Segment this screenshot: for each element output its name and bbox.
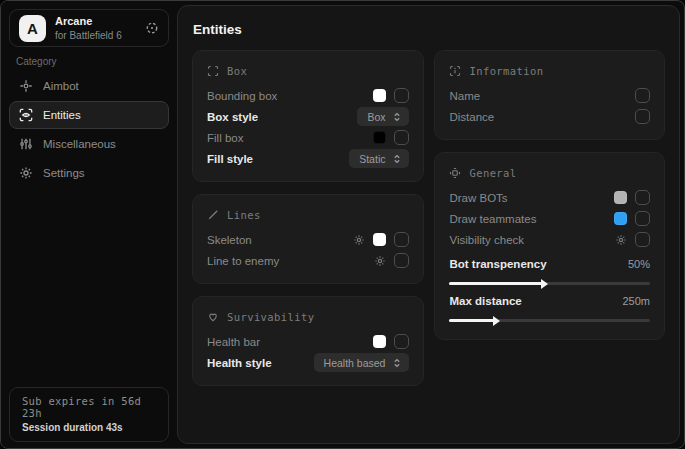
max-distance-slider[interactable] (449, 319, 650, 322)
info-scan-icon (449, 65, 461, 77)
bounding-box-checkbox[interactable] (394, 88, 409, 103)
information-card: Information Name Distance (434, 50, 665, 140)
fill-box-checkbox[interactable] (394, 130, 409, 145)
color-swatch[interactable] (373, 233, 386, 246)
survivability-card: Survivability Health bar Health style He… (192, 296, 424, 386)
setting-label: Draw teammates (449, 213, 536, 225)
row-controls (635, 88, 650, 103)
bot-transparency-slider[interactable] (449, 282, 650, 285)
slider-value: 50% (628, 258, 650, 270)
sidebar-item-entities[interactable]: Entities (9, 101, 169, 129)
setting-label: Box style (207, 111, 258, 123)
slider-label-row: Max distance 250m (449, 290, 650, 311)
setting-label: Visibility check (449, 234, 524, 246)
color-swatch[interactable] (614, 212, 627, 225)
draw-teammates-checkbox[interactable] (635, 211, 650, 226)
health-style-select[interactable]: Health based (314, 353, 410, 372)
fill-style-select[interactable]: Static (349, 149, 409, 168)
line-to-enemy-checkbox[interactable] (394, 253, 409, 268)
gear-icon (19, 166, 33, 180)
slider-fill (449, 319, 493, 322)
row-controls (373, 334, 409, 349)
setting-row-skeleton: Skeleton (207, 229, 409, 250)
crosshair-icon (19, 79, 33, 93)
max-distance-slider-group: Max distance 250m (449, 290, 650, 322)
name-checkbox[interactable] (635, 88, 650, 103)
bot-transparency-slider-group: Bot transpenency 50% (449, 253, 650, 285)
row-controls (353, 232, 409, 247)
setting-row-draw-teammates: Draw teammates (449, 208, 650, 229)
row-controls (374, 253, 409, 268)
visibility-check-checkbox[interactable] (635, 232, 650, 247)
box-card: Box Bounding box Box style Box (192, 50, 424, 182)
sub-expiry-text: Sub expires in 56d 23h (22, 395, 156, 419)
setting-label: Skeleton (207, 234, 252, 246)
app-subtitle: for Battlefield 6 (55, 30, 136, 42)
color-swatch[interactable] (373, 131, 386, 144)
sidebar-item-label: Miscellaneous (43, 138, 116, 150)
app-window: A Arcane for Battlefield 6 Category (0, 0, 685, 449)
caret-sort-icon (392, 358, 402, 368)
sidebar-item-settings[interactable]: Settings (9, 159, 169, 187)
card-title: General (469, 167, 516, 179)
setting-label: Line to enemy (207, 255, 279, 267)
setting-row-box-style: Box style Box (207, 106, 409, 127)
color-swatch[interactable] (373, 335, 386, 348)
color-swatch[interactable] (373, 89, 386, 102)
sidebar-nav: Aimbot Entities Miscella (9, 72, 169, 187)
brand-text: Arcane for Battlefield 6 (55, 15, 136, 41)
select-value: Static (359, 153, 385, 165)
select-value: Box (367, 111, 385, 123)
setting-label: Draw BOTs (449, 192, 507, 204)
page-title: Entities (178, 6, 679, 50)
heart-icon (207, 311, 219, 323)
gear-icon[interactable] (374, 255, 386, 267)
gear-icon[interactable] (353, 234, 365, 246)
gear-icon[interactable] (615, 234, 627, 246)
lines-card-header: Lines (207, 206, 409, 224)
slider-thumb[interactable] (493, 316, 500, 326)
color-swatch[interactable] (614, 191, 627, 204)
setting-label: Name (449, 90, 480, 102)
box-card-header: Box (207, 62, 409, 80)
draw-bots-checkbox[interactable] (635, 190, 650, 205)
setting-row-line-to-enemy: Line to enemy (207, 250, 409, 271)
setting-row-name: Name (449, 85, 650, 106)
setting-label: Fill box (207, 132, 243, 144)
setting-label: Distance (449, 111, 494, 123)
general-card: General Draw BOTs Draw teammates (434, 152, 665, 340)
app-title: Arcane (55, 15, 136, 28)
row-controls (614, 211, 650, 226)
slider-thumb[interactable] (541, 279, 548, 289)
setting-row-fill-style: Fill style Static (207, 148, 409, 169)
information-card-header: Information (449, 62, 650, 80)
app-logo: A (19, 15, 46, 42)
brand-card: A Arcane for Battlefield 6 (9, 9, 169, 47)
sidebar-item-label: Entities (43, 109, 81, 121)
sidebar-item-aimbot[interactable]: Aimbot (9, 72, 169, 100)
focus-square-icon (449, 167, 461, 179)
category-label: Category (16, 56, 57, 67)
sidebar-item-label: Aimbot (43, 80, 79, 92)
main-panel: Entities Box Bounding box (177, 5, 680, 444)
row-controls (635, 109, 650, 124)
select-value: Health based (324, 357, 386, 369)
sidebar-item-miscellaneous[interactable]: Miscellaneous (9, 130, 169, 158)
card-title: Survivability (227, 311, 314, 323)
slider-label-row: Bot transpenency 50% (449, 253, 650, 274)
setting-label: Bot transpenency (449, 258, 546, 270)
content: Box Bounding box Box style Box (178, 50, 679, 386)
sidebar: A Arcane for Battlefield 6 Category (1, 1, 177, 448)
caret-sort-icon (392, 112, 402, 122)
setting-row-health-style: Health style Health based (207, 352, 409, 373)
setting-label: Health style (207, 357, 272, 369)
skeleton-checkbox[interactable] (394, 232, 409, 247)
slider-value: 250m (622, 295, 650, 307)
distance-checkbox[interactable] (635, 109, 650, 124)
setting-row-bounding-box: Bounding box (207, 85, 409, 106)
diagonal-line-icon (207, 209, 219, 221)
row-controls (614, 190, 650, 205)
sync-icon[interactable] (145, 21, 159, 35)
box-style-select[interactable]: Box (357, 107, 409, 126)
health-bar-checkbox[interactable] (394, 334, 409, 349)
